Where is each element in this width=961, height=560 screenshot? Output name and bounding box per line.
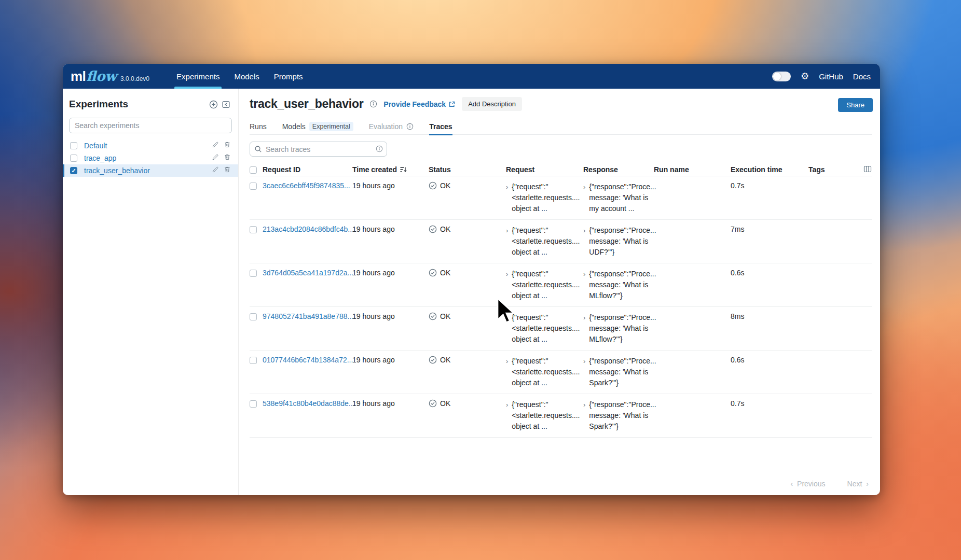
experiment-checkbox-checked[interactable]: ✓ [70,167,77,174]
row-checkbox[interactable] [250,357,257,364]
delete-trash-icon[interactable] [224,153,231,163]
expand-chevron-icon[interactable]: › [583,225,585,258]
expand-chevron-icon[interactable]: › [506,181,508,214]
sidebar-item-trace-app[interactable]: trace_app [63,152,238,164]
expand-chevron-icon[interactable]: › [506,225,508,258]
col-tags[interactable]: Tags [808,165,872,174]
expand-chevron-icon[interactable]: › [583,312,585,345]
row-checkbox[interactable] [250,270,257,277]
response-preview: ›{"response":"Proce...message: 'What isS… [583,399,654,432]
request-id-link[interactable]: 3caec6c6ebff45f9874835... [263,181,350,190]
external-link-icon [448,101,456,108]
col-execution-time[interactable]: Execution time [731,165,808,174]
tab-evaluation[interactable]: Evaluation [369,118,414,135]
execution-time-cell: 0.7s [731,399,808,408]
collapse-sidebar-icon[interactable] [219,98,232,110]
tab-runs[interactable]: Runs [250,118,267,135]
add-description-button[interactable]: Add Description [462,97,522,111]
experiment-name[interactable]: track_user_behavior [84,166,212,175]
page-header: track_user_behavior Provide Feedback Add… [250,97,872,111]
row-checkbox[interactable] [250,400,257,408]
status-ok-icon [429,225,437,233]
experiment-name[interactable]: Default [84,142,212,150]
gear-icon[interactable]: ⚙ [801,72,809,81]
experiment-checkbox[interactable] [70,142,77,149]
experiment-actions [212,153,231,163]
window-body: Experiments Default [63,89,880,495]
tab-models[interactable]: Models Experimental [282,118,353,135]
select-all-checkbox[interactable] [250,166,257,174]
delete-trash-icon[interactable] [224,141,231,150]
toggle-knob [773,73,781,80]
sidebar-item-default[interactable]: Default [63,139,238,152]
experiment-actions [212,166,231,175]
info-icon[interactable] [369,100,377,108]
row-checkbox[interactable] [250,183,257,190]
edit-pencil-icon[interactable] [212,166,219,175]
version-label: 3.0.0.dev0 [120,75,149,82]
expand-chevron-icon[interactable]: › [506,399,508,432]
table-row: 3d764d05a5ea41a197d2a... 19 hours ago OK… [250,263,872,307]
time-created-cell: 19 hours ago [352,181,429,190]
row-checkbox[interactable] [250,313,257,320]
col-run-name[interactable]: Run name [654,165,731,174]
col-status[interactable]: Status [429,165,506,174]
sort-descending-icon[interactable] [400,166,407,173]
nav-experiments[interactable]: Experiments [169,64,227,89]
column-settings-icon[interactable] [863,165,872,175]
expand-chevron-icon[interactable]: › [506,356,508,388]
execution-time-cell: 0.6s [731,356,808,364]
request-preview: ›{"request":"<starlette.requests....obje… [506,356,583,388]
expand-chevron-icon[interactable]: › [506,269,508,301]
status-label: OK [440,225,450,233]
col-response[interactable]: Response [583,165,654,174]
col-time-created[interactable]: Time created [352,165,429,174]
sidebar-item-track-user-behavior[interactable]: ✓ track_user_behavior [63,164,238,177]
trace-search [250,142,387,157]
new-experiment-icon[interactable] [207,98,219,110]
request-preview: ›{"request":"<starlette.requests....obje… [506,269,583,301]
request-id-link[interactable]: 3d764d05a5ea41a197d2a... [263,269,353,277]
edit-pencil-icon[interactable] [212,141,219,150]
nav-prompts[interactable]: Prompts [267,64,310,89]
mlflow-window: mlflow 3.0.0.dev0 Experiments Models Pro… [63,64,880,495]
request-id-link[interactable]: 213ac4cbd2084c86bdfc4b... [263,225,354,233]
request-id-link[interactable]: 9748052741ba491a8e788... [263,312,353,320]
status-label: OK [440,356,450,364]
experiment-checkbox[interactable] [70,155,77,162]
col-request[interactable]: Request [506,165,583,174]
nav-models[interactable]: Models [227,64,266,89]
search-traces-input[interactable] [250,142,387,157]
previous-page-button[interactable]: ‹ Previous [790,480,825,488]
row-checkbox[interactable] [250,226,257,233]
expand-chevron-icon[interactable]: › [583,269,585,301]
share-button[interactable]: Share [838,98,873,112]
docs-link[interactable]: Docs [853,72,871,81]
expand-chevron-icon[interactable]: › [583,181,585,214]
delete-trash-icon[interactable] [224,166,231,175]
experiment-name[interactable]: trace_app [84,154,212,162]
status-ok-icon [429,181,437,190]
status-cell: OK [429,312,506,320]
search-info-icon[interactable] [376,145,383,155]
execution-time-cell: 7ms [731,225,808,233]
github-link[interactable]: GitHub [819,72,843,81]
col-request-id[interactable]: Request ID [263,165,352,174]
next-page-button[interactable]: Next › [847,480,869,488]
tab-traces[interactable]: Traces [429,118,452,135]
edit-pencil-icon[interactable] [212,153,219,163]
status-label: OK [440,269,450,277]
table-row: 01077446b6c74b1384a72... 19 hours ago OK… [250,351,872,394]
response-preview: ›{"response":"Proce...message: 'What isU… [583,225,654,258]
page-title: track_user_behavior [250,97,363,111]
provide-feedback-link[interactable]: Provide Feedback [383,100,456,108]
status-cell: OK [429,225,506,233]
next-label: Next [847,480,862,488]
request-id-link[interactable]: 01077446b6c74b1384a72... [263,356,353,364]
expand-chevron-icon[interactable]: › [506,312,508,345]
expand-chevron-icon[interactable]: › [583,399,585,432]
search-experiments-input[interactable] [69,118,232,133]
expand-chevron-icon[interactable]: › [583,356,585,388]
theme-toggle[interactable] [772,72,791,81]
request-id-link[interactable]: 538e9f41c80b4e0dac88de... [263,399,355,408]
